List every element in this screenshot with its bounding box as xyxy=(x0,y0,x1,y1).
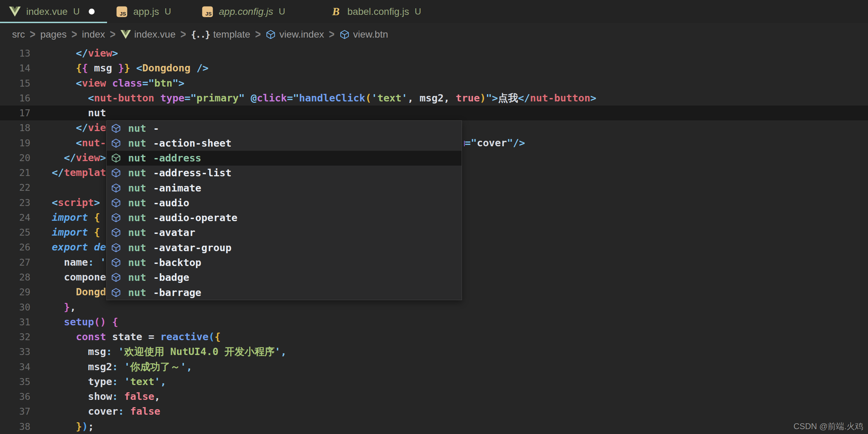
code-line-14[interactable]: 14 {{ msg }} <Dongdong /> xyxy=(0,61,868,76)
code-content: show: false, xyxy=(52,389,160,404)
code-token: export de xyxy=(52,241,106,253)
code-token: script xyxy=(58,197,94,208)
code-token: primary xyxy=(196,92,239,104)
code-line-36[interactable]: 36 show: false, xyxy=(0,389,868,404)
suggestion-nut-[interactable]: nut- xyxy=(107,121,462,136)
code-token: ' xyxy=(402,92,407,104)
code-line-15[interactable]: 15 <view class="btn"> xyxy=(0,76,868,91)
code-token: ' xyxy=(100,256,106,268)
suggestion-label: -barrage xyxy=(153,287,201,298)
code-token: show xyxy=(88,391,112,402)
symbol-cube-icon xyxy=(111,198,121,208)
code-line-34[interactable]: 34 msg2: '你成功了～', xyxy=(0,359,868,374)
code-content: </view> xyxy=(52,150,106,165)
watermark-text: CSDN @前端.火鸡 xyxy=(793,421,863,432)
code-token xyxy=(118,361,124,373)
code-token: ( xyxy=(365,92,371,104)
code-line-30[interactable]: 30 }, xyxy=(0,300,868,315)
breadcrumb-separator-icon: > xyxy=(181,28,186,41)
code-line-37[interactable]: 37 cover: false xyxy=(0,404,868,419)
breadcrumb-label: view.index xyxy=(279,29,324,40)
suggestion-nut-animate[interactable]: nut-animate xyxy=(107,180,462,195)
code-token: cover xyxy=(88,405,118,417)
breadcrumb-item-view.index[interactable]: view.index xyxy=(266,29,324,40)
line-number: 18 xyxy=(0,120,30,135)
suggestion-nut-avatar-group[interactable]: nut-avatar-group xyxy=(107,240,462,255)
suggestion-match: nut xyxy=(128,212,146,224)
code-line-38[interactable]: 38 }); xyxy=(0,419,868,434)
code-token: : xyxy=(112,376,118,387)
breadcrumb-item-pages[interactable]: pages xyxy=(40,29,67,40)
tab-label: app.config.js xyxy=(219,6,273,17)
tab-app.js[interactable]: JSapp.jsU xyxy=(107,0,193,23)
suggestion-nut-address[interactable]: nut-address xyxy=(107,151,462,166)
suggestion-nut-audio[interactable]: nut-audio xyxy=(107,195,462,210)
suggestion-nut-avatar[interactable]: nut-avatar xyxy=(107,225,462,240)
code-line-35[interactable]: 35 type: 'text', xyxy=(0,374,868,389)
suggestion-nut-badge[interactable]: nut-badge xyxy=(107,270,462,285)
code-token: } xyxy=(64,301,70,313)
suggestion-nut-barrage[interactable]: nut-barrage xyxy=(107,285,462,300)
code-token: < xyxy=(136,62,142,74)
code-line-31[interactable]: 31 setup() { xyxy=(0,315,868,329)
code-token xyxy=(118,391,124,402)
suggestion-nut-backtop[interactable]: nut-backtop xyxy=(107,255,462,270)
code-token xyxy=(124,405,130,417)
breadcrumb-item-index.vue[interactable]: index.vue xyxy=(120,29,176,40)
breadcrumb-item-template[interactable]: {..}template xyxy=(191,29,250,40)
code-token: ' xyxy=(124,376,130,387)
tab-index.vue[interactable]: index.vueU xyxy=(0,0,107,23)
tab-app.config.js[interactable]: JSapp.config.jsU xyxy=(193,0,321,23)
suggestion-label: -backtop xyxy=(153,257,201,268)
symbol-cube-icon xyxy=(111,243,121,253)
symbol-cube-icon xyxy=(111,227,121,238)
code-token: Dongd xyxy=(76,286,106,298)
code-token: ) xyxy=(82,421,88,432)
tab-babel.config.js[interactable]: Bbabel.config.jsU xyxy=(321,0,456,23)
code-token xyxy=(88,211,94,223)
breadcrumb-item-view.btn[interactable]: view.btn xyxy=(339,29,388,40)
tab-label: app.js xyxy=(133,6,159,17)
svg-text:JS: JS xyxy=(205,11,212,17)
symbol-cube-icon xyxy=(111,213,121,223)
suggestion-nut-action-sheet[interactable]: nut-action-sheet xyxy=(107,136,462,150)
line-number: 33 xyxy=(0,344,30,359)
code-line-33[interactable]: 33 msg: '欢迎使用 NutUI4.0 开发小程序', xyxy=(0,344,868,359)
code-token: } xyxy=(118,62,124,74)
code-line-32[interactable]: 32 const state = reactive({ xyxy=(0,329,868,344)
symbol-cube-icon xyxy=(111,183,121,193)
suggestion-nut-audio-operate[interactable]: nut-audio-operate xyxy=(107,210,462,225)
code-line-13[interactable]: 13 </view> xyxy=(0,46,868,61)
code-token: { xyxy=(112,316,118,328)
code-content: nut xyxy=(52,106,106,120)
code-token: : xyxy=(106,346,112,357)
code-line-16[interactable]: 16 <nut-button type="primary" @click="ha… xyxy=(0,91,868,106)
breadcrumb-item-index[interactable]: index xyxy=(82,29,105,40)
suggestion-nut-address-list[interactable]: nut-address-list xyxy=(107,166,462,180)
code-line-17[interactable]: 17 nut xyxy=(0,106,868,120)
breadcrumb-label: index xyxy=(82,29,105,40)
suggestion-label: -address-list xyxy=(153,167,231,179)
code-token: ' xyxy=(124,361,130,373)
code-token: ) xyxy=(100,316,106,328)
git-status-badge: U xyxy=(73,6,80,17)
breadcrumb-separator-icon: > xyxy=(110,28,115,41)
line-number: 28 xyxy=(0,270,30,285)
suggestion-label: -avatar-group xyxy=(153,242,231,254)
code-token xyxy=(154,92,160,104)
breadcrumb-item-src[interactable]: src xyxy=(12,29,25,40)
code-token xyxy=(191,62,196,74)
code-token: nut-button xyxy=(530,92,590,104)
code-token: { xyxy=(82,62,88,74)
code-token: @ xyxy=(251,92,257,104)
suggestion-match: nut xyxy=(128,167,146,179)
breadcrumb-label: view.btn xyxy=(353,29,388,40)
code-token: msg2 xyxy=(419,92,444,104)
line-number: 37 xyxy=(0,404,30,419)
code-token: ' xyxy=(274,346,280,357)
line-number: 14 xyxy=(0,61,30,76)
code-token: state xyxy=(112,331,142,343)
code-token: " xyxy=(239,92,244,104)
code-token: , xyxy=(160,376,166,387)
symbol-cube-icon xyxy=(111,257,121,268)
